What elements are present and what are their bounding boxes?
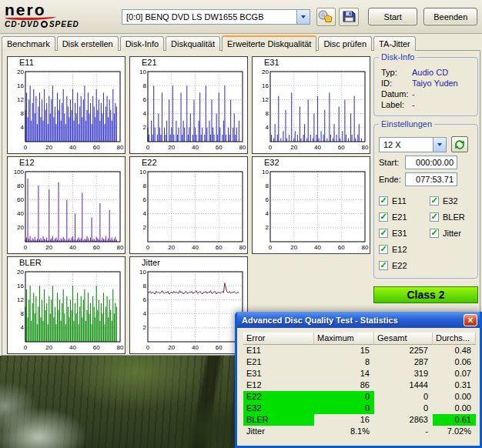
table-row: E11 15 2257 0.48 bbox=[243, 345, 474, 356]
cell-error: E31 bbox=[243, 368, 314, 379]
svg-text:60: 60 bbox=[93, 144, 100, 151]
chart-e21: E21108642020406080 bbox=[129, 56, 248, 154]
table-row: E22 0 0 0.00 bbox=[243, 391, 474, 403]
svg-text:8: 8 bbox=[143, 182, 147, 189]
disk-info-row-typ: Typ: Audio CD bbox=[381, 68, 473, 77]
tab-erweiterte-diskqualitaet[interactable]: Erweiterte Diskqualität bbox=[222, 35, 316, 52]
tab-ta-jitter[interactable]: TA-Jitter bbox=[373, 36, 416, 51]
tab-benchmark[interactable]: Benchmark bbox=[2, 36, 55, 51]
chart-title: E12 bbox=[8, 158, 124, 167]
table-row: Jitter 8.1% - 7.02% bbox=[243, 426, 474, 437]
svg-text:20: 20 bbox=[168, 344, 175, 351]
cell-gesamt: - bbox=[374, 426, 433, 437]
end-position-field[interactable]: 077:53.71 bbox=[405, 172, 457, 186]
table-row: E32 0 0 0.00 bbox=[243, 403, 474, 414]
cell-error: E22 bbox=[243, 391, 314, 403]
checkbox-e11[interactable]: ✓ E11 bbox=[379, 192, 430, 209]
checkbox-bler-label: BLER bbox=[443, 212, 465, 222]
checkbox-bler[interactable]: ✓ BLER bbox=[430, 209, 465, 225]
svg-text:80: 80 bbox=[117, 344, 124, 351]
column-header-maximum[interactable]: Maximum bbox=[314, 333, 374, 345]
svg-text:0: 0 bbox=[269, 144, 273, 151]
start-position-field[interactable]: 000:00.00 bbox=[405, 155, 457, 169]
close-icon[interactable]: × bbox=[464, 314, 477, 326]
svg-text:80: 80 bbox=[117, 144, 124, 151]
table-row: E12 86 1444 0.31 bbox=[243, 379, 474, 391]
svg-text:80: 80 bbox=[239, 144, 246, 151]
right-panel: Disk-Info Typ: Audio CD ID: Taiyo Yuden … bbox=[373, 57, 478, 303]
check-icon: ✓ bbox=[380, 245, 387, 253]
svg-text:40: 40 bbox=[192, 344, 199, 351]
svg-text:60: 60 bbox=[17, 196, 24, 203]
svg-text:40: 40 bbox=[192, 144, 199, 151]
svg-text:40: 40 bbox=[314, 244, 321, 251]
checkbox-e32-label: E32 bbox=[443, 196, 458, 206]
cell-maximum: 0 bbox=[314, 391, 374, 403]
svg-text:40: 40 bbox=[69, 144, 76, 151]
column-header-gesamt[interactable]: Gesamt bbox=[374, 333, 433, 345]
table-header-row: Error Maximum Gesamt Durchs... bbox=[243, 333, 474, 345]
svg-text:12: 12 bbox=[262, 96, 269, 103]
checkbox-e12[interactable]: ✓ E12 bbox=[379, 241, 430, 257]
refresh-speeds-button[interactable] bbox=[451, 136, 468, 152]
cell-gesamt: 1444 bbox=[374, 379, 433, 391]
svg-text:4: 4 bbox=[143, 210, 147, 217]
chevron-down-icon[interactable] bbox=[296, 10, 310, 24]
cell-maximum: 16 bbox=[314, 414, 374, 426]
svg-text:20: 20 bbox=[45, 144, 52, 151]
speed-select[interactable]: 12 X bbox=[379, 137, 447, 152]
svg-text:2: 2 bbox=[143, 224, 147, 231]
disk-info-title: Disk-Info bbox=[379, 52, 417, 62]
tab-disk-info[interactable]: Disk-Info bbox=[120, 36, 164, 51]
svg-text:6: 6 bbox=[143, 296, 147, 303]
svg-text:10: 10 bbox=[262, 169, 269, 176]
cell-error: E32 bbox=[243, 403, 314, 414]
drive-select[interactable]: [0:0] BENQ DVD LS DW1655 BCGB bbox=[122, 9, 310, 25]
check-icon: ✓ bbox=[380, 229, 387, 237]
svg-text:80: 80 bbox=[362, 144, 369, 151]
svg-text:0: 0 bbox=[24, 344, 28, 351]
disk-type-value: Audio CD bbox=[412, 68, 448, 77]
cell-durchs: 0.61 bbox=[433, 414, 476, 426]
start-button[interactable]: Start bbox=[368, 8, 417, 25]
logo-cd-dvd: CD·DVD bbox=[5, 20, 39, 28]
save-button[interactable] bbox=[339, 8, 359, 26]
quit-button[interactable]: Beenden bbox=[423, 8, 477, 25]
settings-title: Einstellungen bbox=[379, 119, 434, 129]
cell-error: E12 bbox=[243, 379, 314, 391]
chevron-down-icon[interactable] bbox=[433, 138, 446, 152]
logo-speed: SPEED bbox=[49, 20, 79, 28]
svg-text:20: 20 bbox=[45, 344, 52, 351]
error-checkbox-grid: ✓ E11 ✓ E21 ✓ E31 ✓ E12 bbox=[379, 192, 473, 273]
svg-text:6: 6 bbox=[143, 196, 147, 203]
tab-disc-pruefen[interactable]: Disc prüfen bbox=[318, 36, 372, 51]
chart-e12: E1210080604020020406080 bbox=[7, 156, 126, 254]
svg-text:8: 8 bbox=[266, 182, 269, 189]
svg-text:20: 20 bbox=[17, 269, 24, 276]
disc-eject-button[interactable] bbox=[316, 8, 336, 26]
svg-text:60: 60 bbox=[216, 144, 223, 151]
cell-durchs: 0.07 bbox=[433, 368, 476, 379]
cell-gesamt: 0 bbox=[374, 391, 433, 403]
svg-text:80: 80 bbox=[117, 244, 124, 251]
statistics-titlebar[interactable]: Advanced Disc Quality Test - Statistics … bbox=[237, 312, 480, 328]
checkbox-e31[interactable]: ✓ E31 bbox=[379, 225, 430, 241]
tab-diskqualitaet[interactable]: Diskqualität bbox=[166, 36, 220, 51]
table-row: E31 14 319 0.07 bbox=[243, 368, 474, 379]
checkbox-e21[interactable]: ✓ E21 bbox=[379, 209, 430, 225]
svg-text:60: 60 bbox=[93, 244, 100, 251]
column-header-durchs[interactable]: Durchs... bbox=[433, 333, 476, 345]
tab-disk-erstellen[interactable]: Disk erstellen bbox=[57, 36, 119, 51]
svg-text:2: 2 bbox=[266, 224, 269, 231]
checkbox-jitter[interactable]: ✓ Jitter bbox=[430, 225, 465, 241]
checkbox-e32[interactable]: ✓ E32 bbox=[430, 192, 465, 209]
checkbox-e12-label: E12 bbox=[392, 245, 407, 254]
column-header-error[interactable]: Error bbox=[243, 333, 314, 345]
statistics-title: Advanced Disc Quality Test - Statistics bbox=[242, 316, 464, 325]
svg-text:4: 4 bbox=[21, 124, 25, 131]
cell-error: BLER bbox=[243, 414, 314, 426]
svg-text:60: 60 bbox=[338, 144, 345, 151]
svg-text:20: 20 bbox=[168, 244, 175, 251]
cell-error: E21 bbox=[243, 356, 314, 368]
checkbox-e22[interactable]: ✓ E22 bbox=[379, 257, 430, 273]
